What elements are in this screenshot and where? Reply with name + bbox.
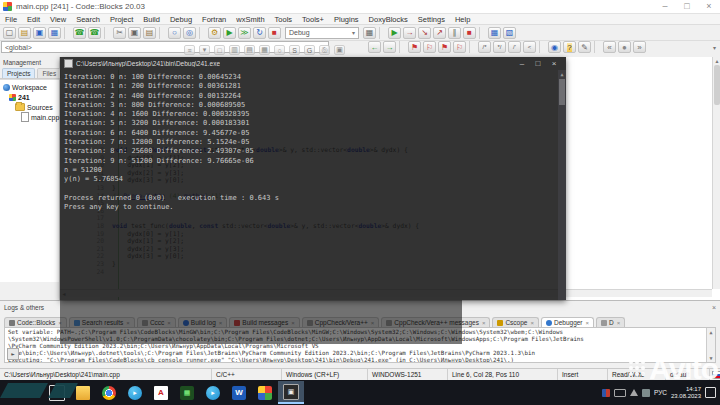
tab-projects[interactable]: Projects [2, 68, 35, 78]
menu-item[interactable]: Build [138, 15, 165, 24]
toolbar-icon[interactable]: → [403, 27, 416, 39]
toolbar-icon[interactable]: ✎ [578, 41, 591, 53]
toolbar-icon[interactable]: ▣ [33, 27, 46, 39]
language-indicator[interactable]: РУС [654, 389, 667, 396]
toolbar-icon[interactable]: ∥ [448, 27, 461, 39]
menu-item[interactable]: Plugins [329, 15, 364, 24]
toolbar-icon[interactable] [159, 27, 165, 39]
toolbar-icon[interactable]: ▦ [259, 45, 270, 55]
menu-item[interactable]: View [45, 15, 71, 24]
toolbar-icon[interactable]: < [523, 41, 536, 53]
toolbar-icon[interactable]: ✂ [113, 27, 126, 39]
menu-item[interactable]: Tools [270, 15, 298, 24]
close-icon[interactable]: × [530, 320, 534, 326]
action-center-icon[interactable] [705, 387, 716, 398]
menu-item[interactable]: Project [105, 15, 138, 24]
menu-item[interactable]: Tools+ [297, 15, 329, 24]
toolbar-icon[interactable]: ● [618, 41, 631, 53]
toolbar-icon[interactable]: ↻ [253, 27, 266, 39]
tree-item-project[interactable]: 241 [0, 92, 59, 102]
toolbar-icon[interactable]: ⚐ [453, 41, 466, 53]
toolbar-icon[interactable]: « [603, 41, 616, 53]
toolbar-icon[interactable]: /' [508, 41, 521, 53]
toolbar-icon[interactable]: ← [368, 41, 381, 53]
window-close-button[interactable]: × [698, 0, 720, 13]
toolbar-icon[interactable]: ▧ [503, 27, 516, 39]
toolbar-icon[interactable] [539, 41, 545, 53]
close-icon[interactable]: × [482, 320, 486, 326]
toolbar-icon[interactable]: → [383, 41, 396, 53]
chevron-down-icon[interactable]: ▾ [713, 44, 716, 51]
toolbar-icon[interactable]: ≫ [238, 27, 251, 39]
build-target-combo[interactable]: Debug ▾ [285, 27, 359, 39]
log-tab[interactable]: Code::Blocks × [4, 317, 67, 327]
console-window[interactable]: C:\Users\Ильнур\Desktop\241\bin\Debug\24… [60, 57, 566, 300]
toolbar-icon[interactable]: ▦ [48, 27, 61, 39]
scrollbar-thumb[interactable] [714, 65, 720, 105]
toolbar-icon[interactable]: ▤ [244, 45, 255, 55]
toolbar-icon[interactable]: ▤ [18, 27, 31, 39]
console-maximize-button[interactable]: □ [530, 58, 546, 70]
scroll-up-icon[interactable]: ▲ [707, 328, 715, 336]
volume-icon[interactable] [642, 389, 650, 397]
scroll-up-icon[interactable]: ▲ [558, 70, 566, 78]
toolbar-icon[interactable]: ≡ [184, 45, 195, 55]
toolbar-icon[interactable]: S [289, 45, 300, 55]
clock[interactable]: 14:17 23.08.2023 [671, 386, 701, 400]
console-close-button[interactable]: × [546, 58, 562, 70]
toolbar-icon[interactable]: ■ [268, 27, 281, 39]
toolbar-icon[interactable]: ◎ [319, 45, 330, 55]
log-tab[interactable]: Cscope × [492, 317, 539, 327]
tree-item-main-cpp[interactable]: main.cpp [0, 112, 59, 122]
window-maximize-button[interactable]: □ [676, 0, 698, 13]
console-scrollbar[interactable]: ▲ [558, 70, 566, 300]
toolbar-icon[interactable]: ▦ [488, 27, 501, 39]
toolbar-icon[interactable]: ○ [168, 27, 181, 39]
menu-item[interactable]: Debug [165, 15, 197, 24]
close-icon[interactable]: × [586, 320, 590, 326]
toolbar-icon[interactable] [469, 41, 475, 53]
toolbar-icon[interactable]: ? [563, 41, 576, 53]
toolbar-icon[interactable]: G [304, 45, 315, 55]
toolbar-icon[interactable]: ⚐ [423, 41, 436, 53]
log-expand-button[interactable]: ► [7, 348, 19, 360]
menu-item[interactable]: Settings [413, 15, 450, 24]
toolbar-icon[interactable] [379, 27, 385, 39]
network-icon[interactable] [630, 389, 638, 396]
log-tab[interactable]: Debugger × [541, 317, 594, 327]
toolbar-icon[interactable] [399, 41, 405, 53]
taskbar-app-button[interactable] [252, 381, 278, 404]
taskbar-app-button[interactable]: A [148, 381, 174, 404]
toolbar-icon[interactable]: ⚑ [438, 41, 451, 53]
log-tab[interactable]: D × [596, 317, 625, 327]
console-output[interactable]: Iteration: 0 n: 100 Difference: 0.006452… [60, 70, 566, 300]
taskbar-app-button[interactable]: ▸ [122, 381, 148, 404]
console-titlebar[interactable]: C:\Users\Ильнур\Desktop\241\bin\Debug\24… [60, 57, 566, 70]
toolbar-icon[interactable]: ☎ [73, 27, 86, 39]
toolbar-icon[interactable]: ⚙ [208, 27, 221, 39]
toolbar-icon[interactable]: □ [214, 45, 225, 55]
toolbar-icon[interactable]: ■ [463, 27, 476, 39]
scrollbar-thumb[interactable] [559, 79, 565, 105]
window-minimize-button[interactable]: – [654, 0, 676, 13]
toolbar-icon[interactable] [594, 41, 600, 53]
tray-app-icon[interactable] [602, 389, 610, 397]
toolbar-icon[interactable]: ☎ [88, 27, 101, 39]
toolbar-icon[interactable] [64, 27, 70, 39]
toolbar-icon[interactable] [479, 27, 485, 39]
menu-item[interactable]: Help [450, 15, 475, 24]
scroll-up-icon[interactable]: ▲ [713, 57, 720, 65]
toolbar-icon[interactable] [199, 27, 205, 39]
toolbar-icon[interactable]: ↗ [433, 27, 446, 39]
toolbar-icon[interactable]: ▥ [229, 45, 240, 55]
taskbar-app-button[interactable]: W [226, 381, 252, 404]
tab-files[interactable]: Files [37, 68, 61, 78]
menu-item[interactable]: Search [71, 15, 105, 24]
taskbar-app-button[interactable]: ▦ [174, 381, 200, 404]
toolbar-icon[interactable]: ▣ [128, 27, 141, 39]
toolbar-icon[interactable]: ○ [274, 45, 285, 55]
toolbar-icon[interactable]: ▶ [223, 27, 236, 39]
tree-item-sources[interactable]: Sources [0, 102, 59, 112]
toolbar-icon[interactable] [104, 27, 110, 39]
tree-item-workspace[interactable]: Workspace [0, 82, 59, 92]
